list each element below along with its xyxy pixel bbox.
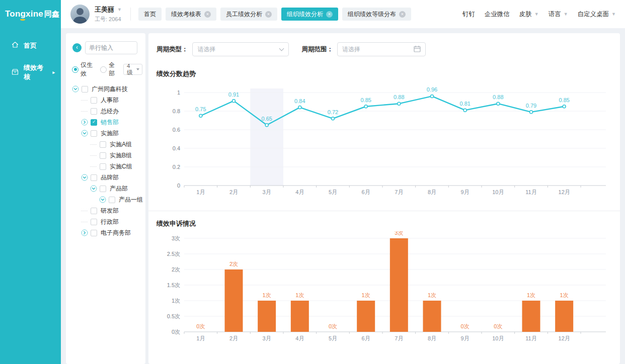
header-action[interactable]: 钉钉 <box>462 10 475 19</box>
app-sidebar: Tongxine同鑫 首页 绩效考核 ▸ <box>0 0 61 364</box>
svg-text:0.91: 0.91 <box>228 92 239 98</box>
header-action-label: 语言 <box>549 10 561 19</box>
tab[interactable]: 绩效考核表× <box>166 8 216 21</box>
tree-item-label: 产品一组 <box>119 196 143 204</box>
tree-item[interactable]: 总经办 <box>66 106 145 117</box>
tree-checkbox[interactable] <box>91 208 97 214</box>
tab[interactable]: 组织绩效等级分布× <box>342 8 411 21</box>
svg-text:0.85: 0.85 <box>360 97 371 103</box>
chevron-right-icon: ▸ <box>52 70 55 75</box>
tree-collapse-icon[interactable] <box>72 85 79 93</box>
bar <box>357 301 375 332</box>
tree-item[interactable]: 实施部 <box>66 128 145 139</box>
tab[interactable]: 组织绩效分析× <box>281 8 338 21</box>
tree-item[interactable]: 品牌部 <box>66 172 145 183</box>
tree-item[interactable]: 研发部 <box>66 205 145 216</box>
org-tree-panel: ‹ 仅生效 全部 4级 广州同鑫科技人事部总经办销售部实施部实施A组实施B组实施… <box>66 33 145 364</box>
tree-collapse-icon[interactable] <box>90 185 97 192</box>
tree-item[interactable]: 人事部 <box>66 95 145 106</box>
section-divider <box>148 211 620 211</box>
tree-item[interactable]: 产品部 <box>66 183 145 194</box>
tree-expand-icon[interactable] <box>81 229 88 236</box>
tree-checkbox[interactable] <box>100 163 106 170</box>
radio-active-only[interactable] <box>72 66 79 73</box>
data-point-marker <box>563 105 566 108</box>
tree-item-label: 研发部 <box>101 207 119 215</box>
header-divider <box>130 8 131 21</box>
tree-checkbox[interactable] <box>91 130 97 137</box>
tree-item-label: 实施B组 <box>110 151 132 160</box>
svg-text:0.65: 0.65 <box>261 116 272 122</box>
tree-checkbox[interactable] <box>91 108 97 115</box>
chevron-down-icon: ▼ <box>117 7 122 12</box>
performance-box-icon <box>11 68 19 77</box>
tree-item[interactable]: 销售部 <box>66 117 145 128</box>
tree-checkbox[interactable] <box>100 152 106 159</box>
tab-label: 组织绩效等级分布 <box>348 10 396 19</box>
tree-checkbox[interactable] <box>109 197 115 203</box>
svg-text:3次: 3次 <box>395 231 403 236</box>
tree-checkbox[interactable] <box>91 174 97 181</box>
svg-text:1次: 1次 <box>428 292 436 298</box>
tab-close-icon[interactable]: × <box>326 11 333 18</box>
open-tabs: 首页绩效考核表×员工绩效分析×组织绩效分析×组织绩效等级分布× <box>138 8 411 21</box>
tree-item-label: 销售部 <box>101 118 119 127</box>
tab-label: 组织绩效分析 <box>287 10 323 19</box>
svg-text:0.88: 0.88 <box>394 94 404 100</box>
bar-chart-title: 绩效申诉情况 <box>157 219 612 228</box>
tree-search-input[interactable] <box>85 41 137 54</box>
header-action[interactable]: 语言▼ <box>549 10 568 19</box>
radio-all[interactable] <box>100 66 107 73</box>
tree-item-label: 品牌部 <box>101 173 119 182</box>
tree-expand-icon[interactable] <box>81 119 88 126</box>
tree-collapse-icon[interactable] <box>81 174 88 181</box>
tree-item[interactable]: 产品一组 <box>66 194 145 205</box>
tree-collapse-icon[interactable] <box>81 130 88 137</box>
sidebar-item-home[interactable]: 首页 <box>0 34 61 57</box>
svg-text:10月: 10月 <box>492 335 504 341</box>
tree-checkbox[interactable] <box>91 97 97 104</box>
bar-chart: 0次0.5次1次1.5次2次2.5次3次1月2月3月4月5月6月7月8月9月10… <box>157 231 612 349</box>
user-avatar[interactable] <box>70 5 90 24</box>
tab[interactable]: 员工绩效分析× <box>220 8 277 21</box>
header-action[interactable]: 企业微信 <box>485 10 510 19</box>
tree-checkbox[interactable] <box>91 119 97 126</box>
tree-item-label: 总经办 <box>101 107 119 116</box>
tab-close-icon[interactable]: × <box>265 11 272 18</box>
svg-text:1次: 1次 <box>560 292 569 298</box>
tree-item[interactable]: 广州同鑫科技 <box>66 83 145 95</box>
tree-item[interactable]: 行政部 <box>66 216 145 227</box>
data-point-marker <box>298 106 301 109</box>
header-action[interactable]: 自定义桌面▼ <box>578 10 616 19</box>
line-chart-title: 绩效分数趋势 <box>157 69 612 78</box>
header-action[interactable]: 皮肤▼ <box>519 10 539 19</box>
svg-text:11月: 11月 <box>525 335 536 341</box>
collapse-panel-button[interactable]: ‹ <box>72 43 82 52</box>
user-name[interactable]: 王美丽 ▼ <box>95 5 122 14</box>
tab-close-icon[interactable]: × <box>204 11 211 18</box>
tree-item[interactable]: 实施A组 <box>66 139 145 150</box>
tree-checkbox[interactable] <box>91 219 97 225</box>
data-point-marker <box>497 102 500 105</box>
tab[interactable]: 首页 <box>138 8 162 21</box>
bar <box>258 301 276 332</box>
tree-checkbox[interactable] <box>100 141 106 148</box>
tree-item[interactable]: 电子商务部 <box>66 227 145 238</box>
cycle-range-datepicker[interactable]: 请选择 <box>337 42 426 56</box>
chevron-down-icon <box>279 46 284 51</box>
radio-label: 仅生效 <box>81 61 97 78</box>
tree-checkbox[interactable] <box>100 186 106 192</box>
tree-checkbox[interactable] <box>91 230 97 236</box>
tree-item[interactable]: 实施B组 <box>66 150 145 161</box>
data-point-marker <box>364 105 367 108</box>
tree-collapse-icon[interactable] <box>99 196 106 203</box>
tree-checkbox[interactable] <box>82 86 88 93</box>
tree-item-label: 实施A组 <box>110 140 132 149</box>
sidebar-item-performance[interactable]: 绩效考核 ▸ <box>0 57 61 88</box>
logo-text-en: Tongxine <box>5 9 43 19</box>
content-area: ‹ 仅生效 全部 4级 广州同鑫科技人事部总经办销售部实施部实施A组实施B组实施… <box>61 28 625 364</box>
level-select[interactable]: 4级 <box>123 64 142 75</box>
tab-close-icon[interactable]: × <box>399 11 406 18</box>
cycle-type-select[interactable]: 请选择 <box>192 42 289 56</box>
tree-item[interactable]: 实施C组 <box>66 161 145 172</box>
